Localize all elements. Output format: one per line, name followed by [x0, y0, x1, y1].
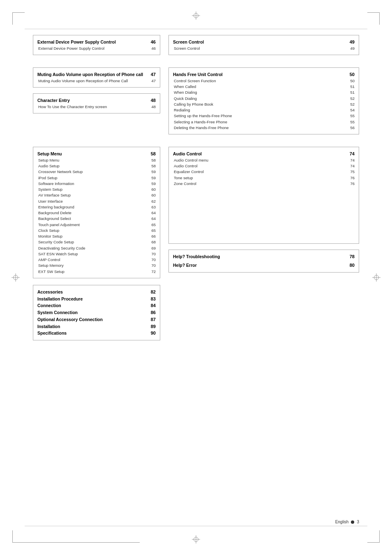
- setup-item-7-label: User Interface: [38, 199, 145, 204]
- setup-item-17: AMP Control 70: [37, 257, 156, 263]
- hands-free-item-8-label: Deleting the Hands-Free Phone: [174, 125, 344, 131]
- screen-control-box: Screen Control 49 Screen Control 49: [168, 35, 359, 55]
- audio-item-1: Audio Control 74: [173, 163, 355, 169]
- acc-item-0: Accessories 82: [37, 289, 156, 296]
- external-device-box: External Device Power Supply Control 46 …: [33, 35, 160, 55]
- screen-control-item-0-page: 49: [344, 46, 355, 51]
- setup-item-18-label: Setup Memory: [38, 263, 145, 268]
- reg-mark-bottom: [192, 535, 200, 543]
- reg-mark-top: [192, 12, 200, 20]
- hands-free-item-1-label: When Called: [174, 84, 344, 90]
- setup-item-9-page: 64: [145, 210, 156, 216]
- acc-item-2-page: 84: [145, 302, 156, 309]
- row-1: External Device Power Supply Control 46 …: [33, 35, 359, 61]
- setup-item-17-page: 70: [145, 257, 156, 263]
- help-error-title: Help? Error: [173, 262, 344, 269]
- setup-item-6-page: 60: [145, 192, 156, 198]
- setup-item-7: User Interface 62: [37, 199, 156, 204]
- audio-item-0-page: 74: [344, 157, 355, 163]
- hands-free-item-2-page: 51: [344, 90, 355, 95]
- hands-free-item-6-label: Setting up the Hands-Free Phone: [174, 113, 344, 119]
- acc-item-5-label: Installation: [37, 324, 145, 330]
- hands-free-item-4-label: Calling by Phone Book: [174, 102, 344, 107]
- acc-item-1-label: Installation Procedure: [37, 296, 145, 303]
- acc-item-4-page: 87: [145, 316, 156, 323]
- external-device-header: External Device Power Supply Control 46: [37, 39, 156, 46]
- footer-dot: [351, 520, 354, 524]
- hands-free-box: Hands Free Unit Control 50 Control Scree…: [168, 67, 359, 134]
- acc-item-5-page: 89: [145, 323, 156, 330]
- setup-item-5: System Setup 60: [37, 187, 156, 192]
- setup-item-4-page: 59: [145, 181, 156, 187]
- setup-item-10-label: Background Select: [38, 216, 145, 222]
- help-troubleshooting-row: Help? Troubleshooting 78: [173, 253, 355, 260]
- footer-page: 3: [357, 520, 359, 524]
- setup-item-1-label: Audio Setup: [38, 163, 145, 169]
- setup-item-15-label: Deactivating Security Code: [38, 245, 145, 251]
- hands-free-item-8-page: 56: [344, 125, 355, 131]
- setup-item-12: Clock Setup 65: [37, 228, 156, 234]
- help-error-page: 80: [344, 262, 355, 269]
- setup-item-18: Setup Memory 70: [37, 263, 156, 268]
- audio-control-page: 74: [344, 150, 355, 157]
- character-entry-header: Character Entry 48: [37, 97, 156, 104]
- hands-free-item-3-page: 52: [344, 96, 355, 102]
- setup-item-15-page: 69: [145, 245, 156, 251]
- hands-free-item-3-label: Quick Dialing: [174, 96, 344, 102]
- hands-free-item-4: Calling by Phone Book 52: [173, 102, 355, 107]
- setup-item-13: Monitor Setup 66: [37, 234, 156, 239]
- muting-audio-item-0-label: Muting Audio Volume upon Reception of Ph…: [38, 78, 145, 84]
- audio-control-header: Audio Control 74: [173, 150, 355, 157]
- hands-free-item-7-label: Selecting a Hands-Free Phone: [174, 119, 344, 125]
- audio-control-box: Audio Control 74 Audio Control menu 74 A…: [168, 147, 359, 244]
- hands-free-item-5-page: 54: [344, 107, 355, 113]
- right-col-row3: Audio Control 74 Audio Control menu 74 A…: [168, 147, 359, 278]
- corner-mark-bottom-left: [12, 530, 140, 543]
- setup-item-8-label: Entering background: [38, 204, 145, 210]
- audio-item-4-page: 76: [344, 181, 355, 187]
- audio-item-0: Audio Control menu 74: [173, 157, 355, 163]
- help-troubleshooting-page: 78: [344, 253, 355, 260]
- col-hands-free: Hands Free Unit Control 50 Control Scree…: [168, 67, 359, 140]
- audio-item-2-page: 75: [344, 169, 355, 175]
- hands-free-item-0-label: Control Screen Function: [174, 78, 344, 84]
- setup-item-6: AV Interface Setup 60: [37, 192, 156, 198]
- muting-audio-item-0-page: 47: [145, 78, 156, 84]
- hands-free-item-4-page: 52: [344, 102, 355, 107]
- setup-item-2-page: 59: [145, 169, 156, 175]
- hands-free-title: Hands Free Unit Control: [173, 72, 344, 78]
- col-external-device: External Device Power Supply Control 46 …: [33, 35, 160, 61]
- setup-item-10: Background Select 64: [37, 216, 156, 222]
- screen-control-header: Screen Control 49: [173, 39, 355, 46]
- setup-item-13-label: Monitor Setup: [38, 234, 145, 239]
- acc-item-6-page: 90: [145, 330, 156, 337]
- setup-menu-box: Setup Menu 58 Setup Menu 58 Audio Setup …: [33, 147, 160, 278]
- audio-item-1-page: 74: [344, 163, 355, 169]
- setup-item-18-page: 70: [145, 263, 156, 268]
- hands-free-item-2-label: When Dialing: [174, 90, 344, 95]
- setup-menu-title: Setup Menu: [37, 151, 145, 157]
- acc-item-0-page: 82: [145, 289, 156, 296]
- audio-item-4: Zone Control 76: [173, 181, 355, 187]
- setup-item-10-page: 64: [145, 216, 156, 222]
- top-rule: [25, 29, 367, 29]
- character-entry-item-0: How To Use the Character Entry screen 48: [37, 104, 156, 110]
- setup-item-7-page: 62: [145, 199, 156, 204]
- audio-item-4-label: Zone Control: [174, 181, 344, 187]
- accessories-col: Accessories 82 Installation Procedure 83…: [33, 285, 160, 340]
- bottom-rule: [25, 526, 367, 526]
- col-muting-audio: Muting Audio Volume upon Reception of Ph…: [33, 67, 160, 140]
- setup-item-4: Software Information 59: [37, 181, 156, 187]
- setup-item-2-label: Crossover Network Setup: [38, 169, 145, 175]
- setup-item-13-page: 66: [145, 234, 156, 239]
- screen-control-item-0-label: Screen Control: [174, 46, 344, 51]
- hands-free-page: 50: [344, 71, 355, 78]
- audio-item-2: Equalizer Control 75: [173, 169, 355, 175]
- acc-item-2-label: Connection: [37, 303, 145, 309]
- setup-item-14: Security Code Setup 68: [37, 239, 156, 245]
- external-device-item-0-page: 46: [145, 46, 156, 51]
- muting-audio-page: 47: [145, 71, 156, 78]
- muting-audio-item-0: Muting Audio Volume upon Reception of Ph…: [37, 78, 156, 84]
- acc-item-6: Specifications 90: [37, 330, 156, 337]
- acc-item-1: Installation Procedure 83: [37, 296, 156, 303]
